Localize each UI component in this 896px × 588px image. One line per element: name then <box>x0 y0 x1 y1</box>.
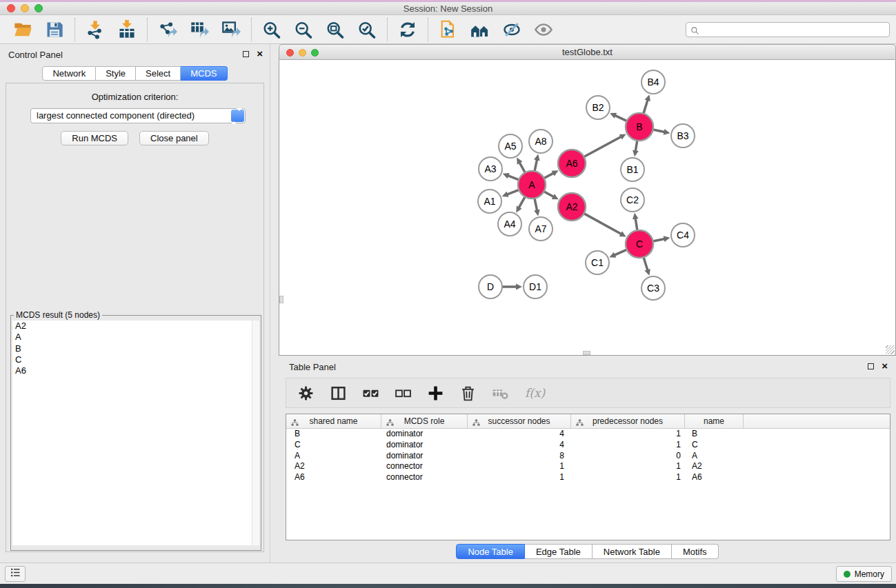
open-folder-icon[interactable] <box>12 19 34 41</box>
graph-edge-C-C2[interactable] <box>633 213 639 230</box>
export-image-icon[interactable] <box>220 19 242 41</box>
tab-motifs[interactable]: Motifs <box>672 544 719 559</box>
table-settings-icon[interactable] <box>295 383 316 403</box>
export-network-icon[interactable] <box>157 19 179 41</box>
graph-node-A4[interactable]: A4 <box>498 212 521 236</box>
graph-edge-A-A3[interactable] <box>503 173 519 180</box>
graph-edge-A6-B[interactable] <box>584 134 626 156</box>
column-header-shared-name[interactable]: shared name <box>286 414 381 428</box>
graph-node-B2[interactable]: B2 <box>586 96 610 119</box>
network-window-titlebar[interactable]: testGlobe.txt <box>279 44 896 60</box>
graph-node-B4[interactable]: B4 <box>641 70 665 94</box>
graph-node-A6[interactable]: A6 <box>558 150 586 177</box>
refresh-view-icon[interactable] <box>397 19 419 41</box>
mcds-result-item[interactable]: A6 <box>12 365 259 376</box>
network-close-button[interactable] <box>286 49 294 57</box>
graph-node-B1[interactable]: B1 <box>621 158 644 181</box>
zoom-out-icon[interactable] <box>292 19 315 41</box>
graph-edge-A2-C[interactable] <box>584 214 626 237</box>
tab-node-table[interactable]: Node Table <box>456 544 525 559</box>
import-table-icon[interactable] <box>116 19 138 41</box>
close-window-button[interactable] <box>7 4 15 12</box>
list-scrollbar[interactable] <box>252 321 259 545</box>
graph-node-C[interactable]: C <box>626 230 653 258</box>
graph-node-A7[interactable]: A7 <box>529 217 552 241</box>
mcds-result-item[interactable]: A <box>12 332 259 343</box>
add-row-icon[interactable] <box>425 383 446 403</box>
close-table-panel-icon[interactable]: × <box>882 362 888 370</box>
float-table-panel-icon[interactable] <box>868 363 874 369</box>
save-session-icon[interactable] <box>43 19 66 41</box>
column-header-name[interactable]: name <box>685 414 744 428</box>
graph-edge-C-C1[interactable] <box>609 250 626 258</box>
table-row[interactable]: Cdominator41C <box>286 440 890 451</box>
graph-node-A2[interactable]: A2 <box>558 193 586 221</box>
new-session-icon[interactable] <box>437 19 459 41</box>
graph-edge-A-A1[interactable] <box>502 190 519 197</box>
graph-edge-B-B1[interactable] <box>633 141 639 156</box>
tab-network[interactable]: Network <box>42 66 96 81</box>
graph-node-C2[interactable]: C2 <box>621 188 644 212</box>
graph-node-C1[interactable]: C1 <box>586 251 609 274</box>
float-panel-icon[interactable] <box>243 51 249 57</box>
zoom-in-icon[interactable] <box>261 19 283 41</box>
zoom-fit-icon[interactable] <box>324 19 346 41</box>
graph-edge-A-A6[interactable] <box>544 170 559 178</box>
table-row[interactable]: Adominator80A <box>286 451 890 462</box>
zoom-selected-icon[interactable] <box>356 19 378 41</box>
graph-node-B[interactable]: B <box>626 113 653 141</box>
graph-edge-B-B3[interactable] <box>653 129 670 135</box>
graph-node-C4[interactable]: C4 <box>671 223 695 247</box>
graph-edge-A-A7[interactable] <box>534 199 540 216</box>
close-panel-icon[interactable]: × <box>257 50 263 58</box>
mcds-result-item[interactable]: A2 <box>12 321 259 332</box>
graph-edge-C-C3[interactable] <box>644 257 650 276</box>
function-builder-icon[interactable]: f(x) <box>522 383 550 403</box>
graph-edge-A-A2[interactable] <box>544 192 559 200</box>
network-graph[interactable]: B4B2BB3A8A5A6A3B1AC2A1A2A4A7C4CC1DD1C3 <box>279 60 895 354</box>
mcds-result-item[interactable]: C <box>12 354 259 365</box>
export-table-icon[interactable] <box>188 19 210 41</box>
tab-select[interactable]: Select <box>136 66 181 81</box>
graph-node-B3[interactable]: B3 <box>671 124 695 148</box>
graph-node-A[interactable]: A <box>518 171 546 199</box>
graph-node-A3[interactable]: A3 <box>479 157 502 181</box>
home-layout-icon[interactable] <box>469 19 491 41</box>
graph-edge-B-B2[interactable] <box>610 113 627 121</box>
graph-node-A8[interactable]: A8 <box>529 130 552 153</box>
table-row[interactable]: A2connector11A2 <box>286 461 890 472</box>
delete-column-icon[interactable] <box>490 383 510 403</box>
mcds-result-item[interactable]: B <box>12 343 259 354</box>
graph-node-D[interactable]: D <box>479 275 502 298</box>
tab-network-table[interactable]: Network Table <box>593 544 672 559</box>
birds-eye-handle-bottom[interactable] <box>583 351 590 355</box>
deselect-all-icon[interactable] <box>392 383 413 403</box>
graph-node-A5[interactable]: A5 <box>499 134 522 158</box>
memory-button[interactable]: Memory <box>836 566 892 582</box>
table-row[interactable]: Bdominator41B <box>286 429 890 440</box>
network-minimize-button[interactable] <box>299 49 306 57</box>
hide-graphics-details-icon[interactable] <box>501 19 523 41</box>
column-header-mcds-role[interactable]: MCDS role <box>381 414 468 428</box>
graph-edge-B-B4[interactable] <box>644 94 650 114</box>
column-view-icon[interactable] <box>328 383 348 403</box>
graph-edge-C-C4[interactable] <box>653 236 670 242</box>
table-row[interactable]: A6connector11A6 <box>286 472 890 483</box>
graph-node-A1[interactable]: A1 <box>478 190 501 213</box>
zoom-window-button[interactable] <box>34 4 43 12</box>
graph-edge-A-A8[interactable] <box>534 154 540 172</box>
delete-row-icon[interactable] <box>457 383 478 403</box>
minimize-window-button[interactable] <box>21 4 29 12</box>
tab-mcds[interactable]: MCDS <box>181 66 227 81</box>
window-resize-grip[interactable] <box>886 345 895 354</box>
show-graphics-details-icon[interactable] <box>532 19 555 41</box>
select-all-icon[interactable] <box>360 383 381 403</box>
graph-edge-A-A5[interactable] <box>517 158 525 173</box>
column-header-successor-nodes[interactable]: successor nodes <box>468 414 571 428</box>
network-canvas[interactable]: B4B2BB3A8A5A6A3B1AC2A1A2A4A7C4CC1DD1C3 <box>279 60 896 356</box>
run-mcds-button[interactable]: Run MCDS <box>61 131 128 145</box>
graph-edge-D-D1[interactable] <box>502 284 522 290</box>
close-panel-button[interactable]: Close panel <box>139 131 209 145</box>
task-history-button[interactable] <box>5 566 26 582</box>
search-input[interactable] <box>703 23 886 36</box>
